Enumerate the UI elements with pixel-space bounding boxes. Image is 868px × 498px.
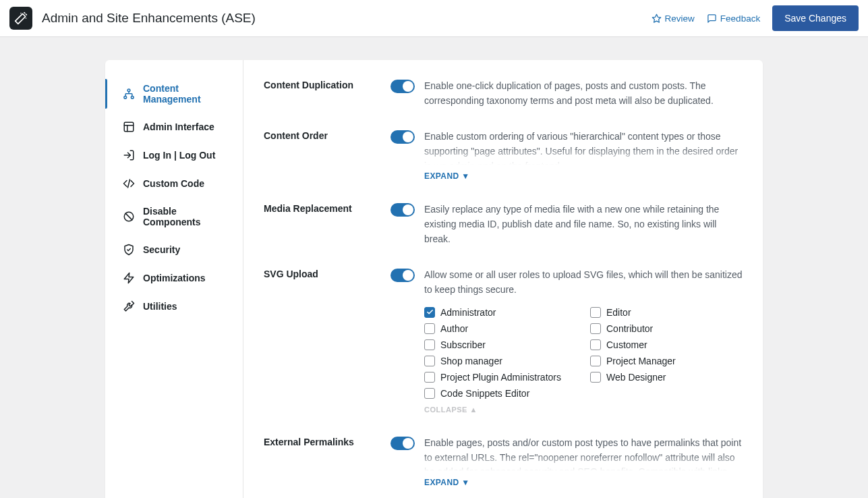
chat-icon <box>707 13 717 24</box>
settings-panel: Content Management Admin Interface Log I… <box>105 60 763 498</box>
sidebar-item-utilities[interactable]: Utilities <box>105 292 243 321</box>
sidebar-item-label: Custom Code <box>143 178 204 189</box>
app-logo <box>9 7 32 30</box>
checkbox-icon <box>590 372 601 383</box>
desc-text: Enable pages, posts and/or custom post t… <box>424 437 741 471</box>
shield-icon <box>123 244 135 256</box>
svg-marker-11 <box>124 273 134 283</box>
setting-external-permalinks: External Permalinks Enable pages, posts … <box>264 436 743 487</box>
expand-button[interactable]: EXPAND ▼ <box>424 171 470 181</box>
code-icon <box>123 177 135 190</box>
toggle-external-permalinks[interactable] <box>390 437 415 450</box>
setting-title: Media Replacement <box>264 202 372 246</box>
svg-marker-0 <box>652 14 661 22</box>
sidebar-item-label: Disable Components <box>143 206 233 227</box>
layout-icon <box>123 121 135 133</box>
roles-grid: AdministratorEditorAuthorContributorSubs… <box>424 307 743 399</box>
setting-desc: Enable custom ordering of various "hiera… <box>424 130 743 165</box>
role-checkbox[interactable]: Editor <box>590 307 743 318</box>
save-button[interactable]: Save Changes <box>772 5 859 31</box>
role-checkbox[interactable]: Project Plugin Administrators <box>424 372 577 383</box>
checkbox-icon <box>424 339 435 350</box>
setting-content-order: Content Order Enable custom ordering of … <box>264 130 743 181</box>
role-checkbox[interactable]: Web Designer <box>590 372 743 383</box>
settings-content: Content Duplication Enable one-click dup… <box>243 60 763 498</box>
svg-line-8 <box>128 179 130 188</box>
sidebar-item-label: Security <box>143 244 180 255</box>
checkbox-icon <box>424 307 435 318</box>
toggle-content-duplication[interactable] <box>390 80 415 93</box>
ban-icon <box>123 211 135 223</box>
page-title: Admin and Site Enhancements (ASE) <box>42 11 256 26</box>
role-label: Customer <box>606 339 647 350</box>
setting-desc: Easily replace any type of media file wi… <box>424 202 743 246</box>
role-label: Author <box>440 323 468 334</box>
wand-icon <box>14 11 28 25</box>
sidebar: Content Management Admin Interface Log I… <box>105 60 243 498</box>
sidebar-item-label: Utilities <box>143 301 177 312</box>
sidebar-item-admin-interface[interactable]: Admin Interface <box>105 113 243 141</box>
setting-title: SVG Upload <box>264 268 372 414</box>
expand-button[interactable]: EXPAND ▼ <box>424 478 470 487</box>
toggle-svg-upload[interactable] <box>390 269 415 282</box>
bolt-icon <box>123 272 135 284</box>
checkbox-icon <box>590 307 601 318</box>
sidebar-item-label: Optimizations <box>143 273 206 283</box>
sidebar-item-label: Log In | Log Out <box>143 150 215 161</box>
sidebar-item-content-management[interactable]: Content Management <box>105 75 243 113</box>
feedback-label: Feedback <box>720 13 760 24</box>
toggle-content-order[interactable] <box>390 130 415 144</box>
setting-media-replacement: Media Replacement Easily replace any typ… <box>264 202 743 246</box>
role-checkbox[interactable]: Subscriber <box>424 339 577 350</box>
setting-desc: Allow some or all user roles to upload S… <box>424 268 743 297</box>
review-label: Review <box>665 13 695 24</box>
role-checkbox[interactable]: Shop manager <box>424 356 577 366</box>
sidebar-item-security[interactable]: Security <box>105 236 243 264</box>
role-checkbox[interactable]: Customer <box>590 339 743 350</box>
role-checkbox[interactable]: Contributor <box>590 323 743 334</box>
star-icon <box>652 13 662 24</box>
collapse-button[interactable]: COLLAPSE ▲ <box>424 406 478 414</box>
svg-line-10 <box>125 213 132 220</box>
setting-content-duplication: Content Duplication Enable one-click dup… <box>264 79 743 108</box>
review-link[interactable]: Review <box>652 13 695 24</box>
feedback-link[interactable]: Feedback <box>707 13 760 24</box>
toggle-media-replacement[interactable] <box>390 203 415 217</box>
role-label: Editor <box>606 307 631 318</box>
role-checkbox[interactable]: Project Manager <box>590 356 743 366</box>
sidebar-item-login-logout[interactable]: Log In | Log Out <box>105 141 243 169</box>
role-label: Shop manager <box>440 356 502 366</box>
checkbox-icon <box>424 372 435 383</box>
sidebar-item-disable-components[interactable]: Disable Components <box>105 198 243 236</box>
checkbox-icon <box>590 356 601 366</box>
role-checkbox[interactable]: Code Snippets Editor <box>424 388 577 399</box>
sidebar-item-label: Content Management <box>143 83 233 105</box>
header-actions: Review Feedback Save Changes <box>652 5 859 31</box>
role-label: Code Snippets Editor <box>440 388 529 399</box>
sidebar-item-optimizations[interactable]: Optimizations <box>105 264 243 292</box>
role-label: Contributor <box>606 323 653 334</box>
setting-title: Content Duplication <box>264 79 372 108</box>
setting-title: Content Order <box>264 130 372 181</box>
checkbox-icon <box>590 323 601 334</box>
setting-desc: Enable pages, posts and/or custom post t… <box>424 436 743 471</box>
app-header: Admin and Site Enhancements (ASE) Review… <box>0 0 868 37</box>
setting-desc: Enable one-click duplication of pages, p… <box>424 79 743 108</box>
checkbox-icon <box>424 323 435 334</box>
svg-rect-4 <box>124 122 134 132</box>
role-checkbox[interactable]: Administrator <box>424 307 577 318</box>
sitemap-icon <box>123 88 135 100</box>
role-label: Subscriber <box>440 339 486 350</box>
setting-title: External Permalinks <box>264 436 372 487</box>
role-label: Administrator <box>440 307 496 318</box>
role-label: Web Designer <box>606 372 666 383</box>
checkbox-icon <box>590 339 601 350</box>
sidebar-item-custom-code[interactable]: Custom Code <box>105 169 243 198</box>
checkbox-icon <box>424 388 435 399</box>
role-label: Project Manager <box>606 356 676 366</box>
sidebar-item-label: Admin Interface <box>143 121 214 132</box>
checkbox-icon <box>424 356 435 366</box>
login-icon <box>123 149 135 161</box>
tools-icon <box>123 300 135 312</box>
role-checkbox[interactable]: Author <box>424 323 577 334</box>
